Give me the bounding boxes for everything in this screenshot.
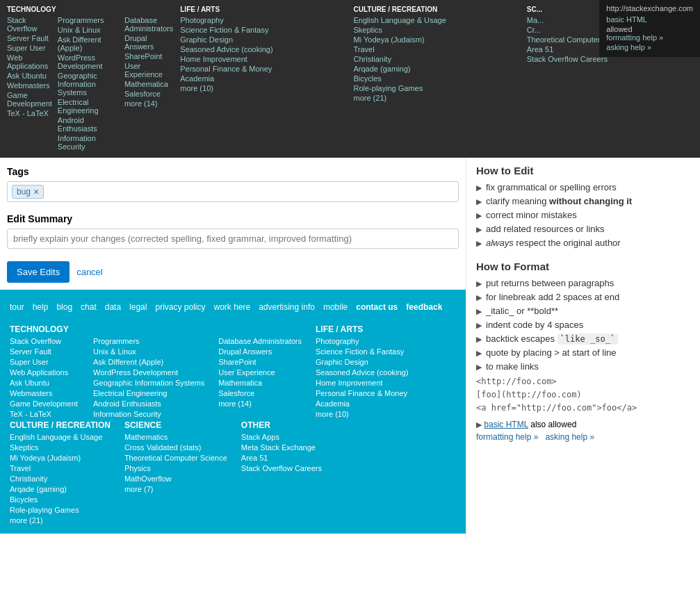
f-tex-link[interactable]: TeX - LaTeX	[10, 410, 79, 418]
f-infosec-link[interactable]: Information Security	[93, 410, 204, 418]
edit-summary-input[interactable]	[7, 229, 459, 249]
server-fault-link[interactable]: Server Fault	[7, 34, 52, 42]
asking-help-link[interactable]: asking help »	[606, 43, 693, 51]
f-english-link[interactable]: English Language & Usage	[10, 433, 111, 441]
f-bicycles-link[interactable]: Bicycles	[10, 495, 111, 504]
game-dev-link[interactable]: Game Development	[7, 91, 52, 108]
f-more14-link[interactable]: more (14)	[218, 399, 302, 408]
gaming-link[interactable]: Arqade (gaming)	[354, 65, 520, 73]
f-finance-link[interactable]: Personal Finance & Money	[316, 389, 408, 397]
f-askubuntu-link[interactable]: Ask Ubuntu	[10, 379, 79, 387]
f-electrical-link[interactable]: Electrical Engineering	[93, 389, 204, 397]
f-crossvalidated-link[interactable]: Cross Validated (stats)	[124, 443, 227, 452]
f-more7-link[interactable]: more (7)	[124, 485, 227, 493]
footer-help-link[interactable]: help	[33, 302, 49, 312]
f-mathematics-link[interactable]: Mathematics	[124, 433, 227, 441]
f-graphicdesign-link[interactable]: Graphic Design	[316, 358, 408, 366]
f-gamedev-link[interactable]: Game Development	[10, 399, 79, 408]
f-dbadmin-link[interactable]: Database Administrators	[218, 337, 302, 345]
footer-blog-link[interactable]: blog	[56, 302, 72, 312]
f-stackapps-link[interactable]: Stack Apps	[241, 433, 322, 441]
f-academia-link[interactable]: Academia	[316, 399, 408, 408]
footer-work-link[interactable]: work here	[214, 302, 251, 312]
footer-privacy-link[interactable]: privacy policy	[155, 302, 205, 312]
skeptics-link[interactable]: Skeptics	[354, 26, 520, 34]
asking-help-sidebar-link[interactable]: asking help »	[545, 432, 594, 442]
footer-chat-link[interactable]: chat	[81, 302, 97, 312]
f-area51-link[interactable]: Area 51	[241, 454, 322, 462]
save-edits-button[interactable]: Save Edits	[7, 261, 70, 283]
f-judaism-link[interactable]: Mi Yodeya (Judaism)	[10, 454, 111, 462]
bicycles-link[interactable]: Bicycles	[354, 74, 520, 83]
footer-advertising-link[interactable]: advertising info	[259, 302, 315, 312]
f-drupal-link[interactable]: Drupal Answers	[218, 347, 302, 356]
f-webapps-link[interactable]: Web Applications	[10, 368, 79, 377]
f-wordpress-link[interactable]: WordPress Development	[93, 368, 204, 377]
gis-link[interactable]: Geographic Information Systems	[58, 72, 119, 97]
basic-html-sidebar-link[interactable]: basic HTML	[484, 420, 528, 429]
unix-link[interactable]: Unix & Linux	[58, 26, 119, 34]
footer-data-link[interactable]: data	[105, 302, 121, 312]
f-gaming-link[interactable]: Arqade (gaming)	[10, 485, 111, 493]
f-rpg-link[interactable]: Role-playing Games	[10, 506, 111, 514]
f-more10-link[interactable]: more (10)	[316, 410, 408, 418]
photography-link[interactable]: Photography	[180, 16, 346, 24]
f-scifi-link[interactable]: Science Fiction & Fantasy	[316, 347, 408, 356]
infosec-link[interactable]: Information Security	[58, 134, 119, 151]
f-webmasters-link[interactable]: Webmasters	[10, 389, 79, 397]
footer-legal-link[interactable]: legal	[129, 302, 147, 312]
finance-link[interactable]: Personal Finance & Money	[180, 65, 346, 73]
tex-link[interactable]: TeX - LaTeX	[7, 109, 52, 117]
f-programmers-link[interactable]: Programmers	[93, 337, 204, 345]
formatting-help-link[interactable]: formatting help »	[606, 33, 693, 42]
f-photography-link[interactable]: Photography	[316, 337, 408, 345]
ask-ubuntu-link[interactable]: Ask Ubuntu	[7, 72, 52, 80]
ask-different-link[interactable]: Ask Different (Apple)	[58, 35, 119, 52]
stack-overflow-link[interactable]: Stack Overflow	[7, 16, 52, 33]
footer-tour-link[interactable]: tour	[10, 302, 24, 312]
basic-html-link[interactable]: basic HTML	[606, 15, 693, 24]
super-user-link[interactable]: Super User	[7, 44, 52, 52]
f-skeptics-link[interactable]: Skeptics	[10, 443, 111, 452]
home-improvement-link[interactable]: Home Improvement	[180, 55, 346, 63]
footer-mobile-link[interactable]: mobile	[323, 302, 348, 312]
android-link[interactable]: Android Enthusiasts	[58, 116, 119, 133]
f-metase-link[interactable]: Meta Stack Exchange	[241, 443, 322, 452]
f-serverfault-link[interactable]: Server Fault	[10, 347, 79, 356]
f-sharepoint-link[interactable]: SharePoint	[218, 358, 302, 366]
tag-remove-icon[interactable]: ×	[33, 187, 39, 197]
f-cooking-link[interactable]: Seasoned Advice (cooking)	[316, 368, 408, 377]
cancel-link[interactable]: cancel	[76, 267, 103, 277]
f-christianity-link[interactable]: Christianity	[10, 475, 111, 483]
salesforce-link[interactable]: Salesforce	[124, 90, 173, 98]
f-unix-link[interactable]: Unix & Linux	[93, 347, 204, 356]
f-physics-link[interactable]: Physics	[124, 464, 227, 472]
sharepoint-link[interactable]: SharePoint	[124, 52, 173, 60]
rpg-link[interactable]: Role-playing Games	[354, 84, 520, 92]
academia-link[interactable]: Academia	[180, 74, 346, 83]
more21-link[interactable]: more (21)	[354, 94, 520, 102]
f-homeimprovement-link[interactable]: Home Improvement	[316, 379, 408, 387]
webmasters-link[interactable]: Webmasters	[7, 81, 52, 90]
db-admin-link[interactable]: Database Administrators	[124, 16, 173, 33]
mathematica-link[interactable]: Mathematica	[124, 80, 173, 88]
f-android-link[interactable]: Android Enthusiasts	[93, 399, 204, 408]
wordpress-link[interactable]: WordPress Development	[58, 53, 119, 70]
footer-contact-link[interactable]: contact us	[356, 302, 398, 312]
christianity-link[interactable]: Christianity	[354, 55, 520, 63]
web-apps-link[interactable]: Web Applications	[7, 53, 52, 70]
more10-link[interactable]: more (10)	[180, 84, 346, 92]
more14-link[interactable]: more (14)	[124, 99, 173, 108]
tag-input-container[interactable]: bug ×	[7, 181, 459, 202]
f-more21-link[interactable]: more (21)	[10, 516, 111, 525]
drupal-link[interactable]: Drupal Answers	[124, 34, 173, 51]
footer-feedback-link[interactable]: feedback	[406, 302, 442, 312]
travel-link[interactable]: Travel	[354, 45, 520, 53]
tag-bug[interactable]: bug ×	[12, 185, 44, 199]
graphic-design-link[interactable]: Graphic Design	[180, 35, 346, 44]
f-ux-link[interactable]: User Experience	[218, 368, 302, 377]
english-link[interactable]: English Language & Usage	[354, 16, 520, 24]
scifi-link[interactable]: Science Fiction & Fantasy	[180, 26, 346, 34]
f-askdifferent-link[interactable]: Ask Different (Apple)	[93, 358, 204, 366]
f-travel-link[interactable]: Travel	[10, 464, 111, 472]
